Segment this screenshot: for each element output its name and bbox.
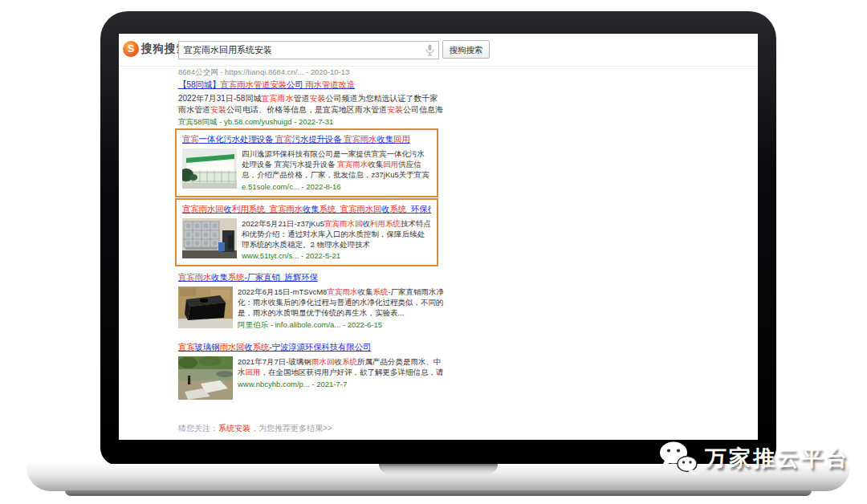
search-result-highlighted: 宜宾一体化污水处理设备 宜宾污水提升设备 宜宾雨水收集回用 [175,128,438,197]
result-source: 阿里伯乐 - info.alibole.com/a... - 2022-6-15 [238,320,445,331]
suggest-keyword-link[interactable]: 系统安装 [218,424,250,433]
related-suggestion: 猜您关注：系统安装，为您推荐更多结果>> [178,423,332,434]
result-thumbnail black-rainwater-module-photo[interactable] [178,287,233,328]
suggest-prefix: 猜您关注： [178,424,218,433]
result-snippet: 2022年7月31日-58同城宜宾雨水管道安装公司频道为您精选认证了数千家雨水管… [178,93,445,115]
result-snippet: 2021年7月7日-玻璃钢雨水回收系统所属产品分类是雨水、中水回用，在全国地区获… [238,356,445,377]
result-source: www.nbcyhb.com/p... - 2021-7-7 [238,380,445,388]
result-title-link[interactable]: 宜宾玻璃钢雨水回收系统-宁波淳源环保科技有限公司 [178,342,445,353]
laptop-base-notch [379,464,498,474]
result-title-link[interactable]: 宜宾雨水回收利用系统_宜宾雨水收集系统_宜宾雨水回收系统_环保行... [182,204,431,215]
result-title-link[interactable]: 宜宾一体化污水处理设备 宜宾污水提升设备 宜宾雨水收集回用 [182,134,431,145]
result-thumbnail construction-site-photo[interactable] [178,356,233,400]
search-results: 8684公交网 - https://tianqi.8684.cn/... - 2… [119,67,758,440]
result-source: e.51sole.com/c... - 2022-8-16 [242,182,431,191]
laptop-screen: S 搜狗搜索 宜宾雨水回用系统安装 搜狗搜索 [119,34,758,440]
result-title-link[interactable]: 【58同城】宜宾雨水管道安装公司 雨水管道改造 [178,79,445,91]
result-thumbnail green-fence-factory-photo[interactable] [182,148,237,189]
result-snippet: 2022年6月15日-mTSvcM8宜宾雨水收集系统-厂家直销雨水净化：雨水收集… [238,287,445,318]
search-query-text: 宜宾雨水回用系统安装 [179,42,438,59]
partial-result-source: 8684公交网 - https://tianqi.8684.cn/... - 2… [178,67,349,78]
result-thumbnail water-tank-equipment-photo[interactable] [182,218,237,258]
laptop-bezel: S 搜狗搜索 宜宾雨水回用系统安装 搜狗搜索 [100,11,776,465]
search-input[interactable]: 宜宾雨水回用系统安装 [178,41,439,59]
watermark-text: 万家推云平台 [705,444,849,473]
search-result: 宜宾玻璃钢雨水回收系统-宁波淳源环保科技有限公司 [178,342,445,400]
wechat-icon [658,441,698,476]
result-title-link[interactable]: 宜宾雨水收集系统-厂家直销_旌辉环保 [178,272,445,283]
watermark: 万家推云平台 [658,441,849,476]
sogou-logo-icon: S [123,41,139,57]
result-source: www.51tyt.cn/s... - 2022-5-21 [242,251,431,260]
laptop-base-edge [65,490,812,496]
microphone-icon[interactable] [425,44,434,59]
result-snippet: 四川逸源环保科技有限公司是一家提供宜宾一体化污水处理设备 宜宾污水提升设备 宜宾… [242,148,431,181]
laptop-mockup: S 搜狗搜索 宜宾雨水回用系统安装 搜狗搜索 [0,0,867,504]
search-header: S 搜狗搜索 宜宾雨水回用系统安装 搜狗搜索 [119,34,758,67]
search-result: 【58同城】宜宾雨水管道安装公司 雨水管道改造 2022年7月31日-58同城宜… [178,79,445,128]
search-result: 宜宾雨水收集系统-厂家直销_旌辉环保 [178,272,445,331]
result-source: 宜宾58同城 - yb.58.com/yushuigd - 2022-7-31 [178,117,445,128]
search-result-highlighted: 宜宾雨水回收利用系统_宜宾雨水收集系统_宜宾雨水回收系统_环保行... [175,198,438,266]
search-button[interactable]: 搜狗搜索 [442,40,490,59]
result-snippet: 2022年5月21日-z37jKu5宜宾雨水回收利用系统技术特点和优势介绍：通过… [242,218,431,250]
suggest-more-link[interactable]: ，为您推荐更多结果>> [250,424,332,433]
